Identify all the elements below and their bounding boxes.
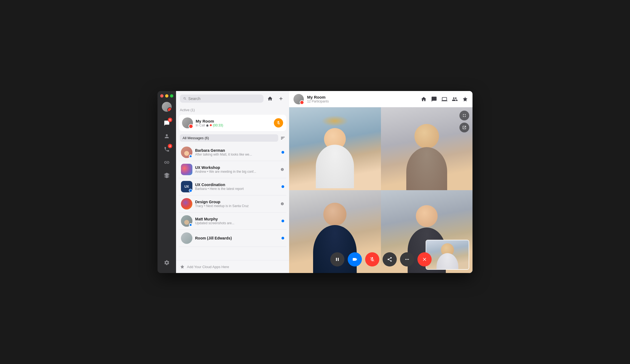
video-button[interactable] [348,252,362,266]
call-timer: (00:33) [213,123,223,127]
unread-dot [281,185,284,188]
message-content: Room (Jill Edwards) [195,236,279,240]
add-button[interactable] [277,94,285,103]
design-group-avatar [181,198,192,210]
list-item[interactable]: Matt Murphy Updated screenshots are... [179,213,286,230]
active-room-avatar [182,117,193,128]
list-item[interactable]: Room (Jill Edwards) [179,230,286,247]
active-room-item[interactable]: My Room In Call (00:33) [179,115,286,131]
expand-button[interactable] [459,111,469,120]
message-preview: After talking with Matt, it looks like w… [195,153,279,156]
video-cell-1 [289,107,381,190]
room-icon-button[interactable] [266,94,274,103]
sidebar-item-phone[interactable]: 4 [161,143,173,155]
participants-icon[interactable] [452,96,458,102]
minimize-button[interactable] [165,94,168,98]
mute-icon [280,168,284,171]
lock-icon [206,124,209,127]
pause-button[interactable] [330,252,344,266]
message-meta [281,220,284,222]
more-icon [404,257,410,262]
sender-name: UX Coordination [195,183,279,187]
end-call-button[interactable] [417,252,432,266]
search-input-wrap[interactable] [180,95,263,103]
floating-controls [459,111,469,132]
asterisk-icon[interactable] [462,96,468,102]
active-room-name: My Room [196,119,271,123]
add-cloud-label: Add Your Cloud Apps Here [187,265,229,269]
plus-icon [278,96,284,101]
search-icon [183,97,187,101]
sender-name: UX Workshop [195,165,278,170]
close-icon [422,257,427,262]
unread-dot [281,220,284,222]
chat-action-icon[interactable] [431,96,437,102]
message-meta [281,185,284,188]
search-input[interactable] [188,96,260,101]
sidebar-item-messages[interactable]: 6 [161,117,173,129]
message-meta [281,237,284,239]
filter-icon[interactable] [280,136,285,141]
main-room-info: My Room 12 Participants [307,95,417,103]
list-item[interactable]: UX UX Coordination Barbara • Here is the… [179,178,286,195]
mute-call-button[interactable] [365,252,379,266]
expand-icon [462,113,467,118]
share-icon [387,257,392,262]
room-action-icon[interactable] [421,96,427,102]
mic-off-icon [369,257,375,262]
list-item[interactable]: Design Group Tracy • Next meetup is in S… [179,195,286,213]
in-call-label: In Call [196,123,205,127]
sidebar-item-settings[interactable] [161,257,173,269]
maximize-button[interactable] [170,94,173,98]
sidebar-item-contacts[interactable] [161,130,173,142]
list-item[interactable]: UX Workshop Andrew • We are meeting in t… [179,161,286,178]
message-preview: Barbara • Here is the latest report [195,187,279,191]
app-window: 6 4 [158,91,472,273]
message-content: Matt Murphy Updated screenshots are... [195,217,279,225]
message-meta [280,202,284,206]
mute-button[interactable] [274,118,283,128]
sender-name: Barbara German [195,148,279,153]
close-button[interactable] [160,94,163,98]
pip-container [426,240,469,270]
main-room-name: My Room [307,95,417,99]
left-panel: Active (1) My Room In Call (00:33) [176,91,289,273]
message-content: UX Coordination Barbara • Here is the la… [195,183,279,191]
participant-count: 12 Participants [307,99,417,103]
video-grid [289,107,472,273]
sidebar-item-integrations[interactable] [161,169,173,181]
share-button[interactable] [383,252,397,266]
main-actions [421,96,468,102]
messages-filter[interactable]: All Messages (6) [180,134,278,142]
main-header: My Room 12 Participants [289,91,472,107]
jill-avatar [181,232,192,244]
online-indicator [189,223,192,226]
pause-icon [335,257,340,262]
pip-video [426,240,469,269]
list-item[interactable]: Barbara German After talking with Matt, … [179,144,286,161]
external-button[interactable] [459,123,469,132]
main-room-avatar [293,94,304,104]
more-button[interactable] [400,252,414,266]
unread-dot [281,237,284,239]
message-meta [281,151,284,154]
mute-icon [280,202,284,206]
add-cloud-button[interactable]: Add Your Cloud Apps Here [176,260,289,273]
sender-name: Matt Murphy [195,217,279,221]
integrations-icon [164,172,170,178]
search-bar [176,91,289,106]
unread-dot [281,151,284,154]
contacts-icon [164,133,170,139]
call-controls [330,252,432,266]
sparkle-icon [180,264,185,269]
sidebar-item-links[interactable] [161,156,173,168]
message-preview: Updated screenshots are... [195,221,279,225]
phone-badge: 4 [168,144,172,148]
message-preview: Tracy • Next meetup is in Santa Cruz [195,204,278,208]
message-meta [280,168,284,171]
active-section-header: Active (1) [176,106,289,114]
screen-share-icon[interactable] [441,96,447,102]
ux-coordination-avatar: UX [181,181,192,192]
user-avatar[interactable] [162,102,172,112]
video-cell-2 [381,107,473,190]
